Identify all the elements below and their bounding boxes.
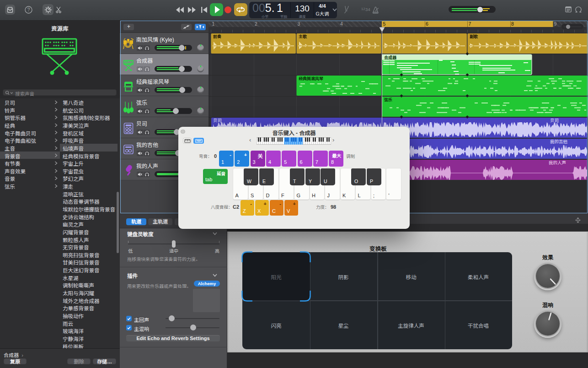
svg-text:?: ?	[27, 7, 30, 12]
svg-text:副歌: 副歌	[470, 33, 478, 39]
svg-text:我的人声: 我的人声	[549, 159, 566, 166]
svg-text:主歌: 主歌	[299, 33, 307, 39]
svg-text:经典摇滚风琴: 经典摇滚风琴	[299, 76, 324, 81]
svg-text:弦乐: 弦乐	[384, 97, 392, 103]
svg-text:贝司: 贝司	[213, 117, 222, 124]
svg-text:贝司: 贝司	[550, 117, 559, 124]
svg-text:我的吉他: 我的吉他	[550, 138, 568, 145]
svg-text:合成器: 合成器	[384, 54, 397, 60]
svg-text:前奏: 前奏	[213, 33, 221, 39]
